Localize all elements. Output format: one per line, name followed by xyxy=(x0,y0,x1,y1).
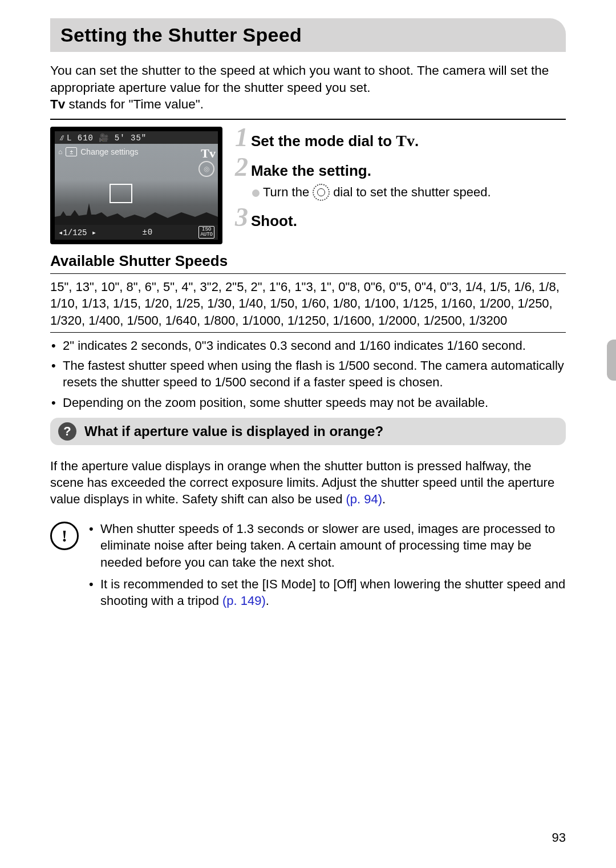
divider xyxy=(50,332,566,333)
caution-callout: ! When shutter speeds of 1.3 seconds or … xyxy=(50,520,566,614)
caution-list: When shutter speeds of 1.3 seconds or sl… xyxy=(89,520,566,614)
caution-item-post: . xyxy=(266,594,269,608)
step-2: 2 Make the setting. xyxy=(233,154,566,180)
lcd-top-status: ⫽L 610 🎥 5' 35" xyxy=(55,131,218,144)
lcd-mode-indicator: Tv xyxy=(201,146,216,161)
page-ref-link[interactable]: (p. 94) xyxy=(346,492,383,506)
step-2-label: Make the setting. xyxy=(251,162,371,180)
intro-paragraph: You can set the shutter to the speed at … xyxy=(50,62,566,113)
caution-item: It is recommended to set the [IS Mode] t… xyxy=(89,576,566,609)
available-speeds-heading: Available Shutter Speeds xyxy=(50,252,566,270)
step-3: 3 Shoot. xyxy=(233,204,566,231)
divider xyxy=(50,119,566,120)
step-2-number: 2 xyxy=(233,154,249,180)
step-1-label-post: . xyxy=(415,132,419,150)
step-1: 1 Set the mode dial to Tv. xyxy=(233,124,566,151)
step-2-substep: Turn the dial to set the shutter speed. xyxy=(252,184,566,201)
lcd-ev-value: ±0 xyxy=(142,228,153,237)
note-item: 2" indicates 2 seconds, 0"3 indicates 0.… xyxy=(50,337,566,354)
tv-mode-glyph: Tv xyxy=(396,132,415,150)
lcd-skyline-graphic xyxy=(55,200,218,225)
step-2-sub-pre: Turn the xyxy=(263,185,309,200)
caution-item-pre: It is recommended to set the [IS Mode] t… xyxy=(100,577,565,608)
tip-callout-title: What if aperture value is displayed in o… xyxy=(84,423,383,439)
step-1-number: 1 xyxy=(233,124,249,151)
tip-body: If the aperture value displays in orange… xyxy=(50,458,566,508)
step-3-label: Shoot. xyxy=(251,212,297,230)
tip-body-tail: . xyxy=(382,492,386,506)
control-dial-icon xyxy=(313,184,330,201)
question-icon: ? xyxy=(58,422,76,441)
step-1-label: Set the mode dial to Tv. xyxy=(251,132,419,150)
caution-item: When shutter speeds of 1.3 seconds or sl… xyxy=(89,520,566,571)
shutter-speeds-list: 15", 13", 10", 8", 6", 5", 4", 3"2, 2"5,… xyxy=(50,278,566,329)
camera-lcd-preview: ⫽L 610 🎥 5' 35" ⌂ ± Change settings Tv ◎… xyxy=(50,127,222,244)
note-item: Depending on the zoom position, some shu… xyxy=(50,394,566,411)
lcd-shutter-value: ◂1/125 ▸ xyxy=(58,228,96,237)
tip-callout: ? What if aperture value is displayed in… xyxy=(50,418,566,445)
lcd-change-settings: ⌂ ± Change settings xyxy=(58,147,138,156)
lcd-bottom-status: ◂1/125 ▸ ±0 ISO AUTO xyxy=(55,225,218,240)
page-ref-link[interactable]: (p. 149) xyxy=(222,594,266,608)
tv-abbr: Tv xyxy=(50,97,65,111)
lcd-iso-indicator: ISO AUTO xyxy=(198,226,214,239)
page-title: Setting the Shutter Speed xyxy=(50,18,566,52)
page-number: 93 xyxy=(552,830,566,845)
lcd-target-icon: ◎ xyxy=(198,161,214,177)
speed-notes: 2" indicates 2 seconds, 0"3 indicates 0.… xyxy=(50,337,566,411)
caution-icon: ! xyxy=(50,522,79,550)
step-1-label-pre: Set the mode dial to xyxy=(251,132,396,150)
lcd-change-settings-label: Change settings xyxy=(80,147,138,156)
bullet-icon xyxy=(252,189,260,197)
side-tab xyxy=(607,340,616,381)
divider xyxy=(50,273,566,274)
tv-explain: stands for "Time value". xyxy=(65,97,204,111)
tip-body-text: If the aperture value displays in orange… xyxy=(50,459,554,507)
note-item: The fastest shutter speed when using the… xyxy=(50,357,566,391)
exposure-comp-icon: ± xyxy=(66,147,77,156)
intro-text: You can set the shutter to the speed at … xyxy=(50,63,549,95)
step-2-sub-post: dial to set the shutter speed. xyxy=(333,185,491,200)
step-3-number: 3 xyxy=(233,204,249,231)
step-list: 1 Set the mode dial to Tv. 2 Make the se… xyxy=(233,124,566,244)
home-icon: ⌂ xyxy=(58,148,62,156)
